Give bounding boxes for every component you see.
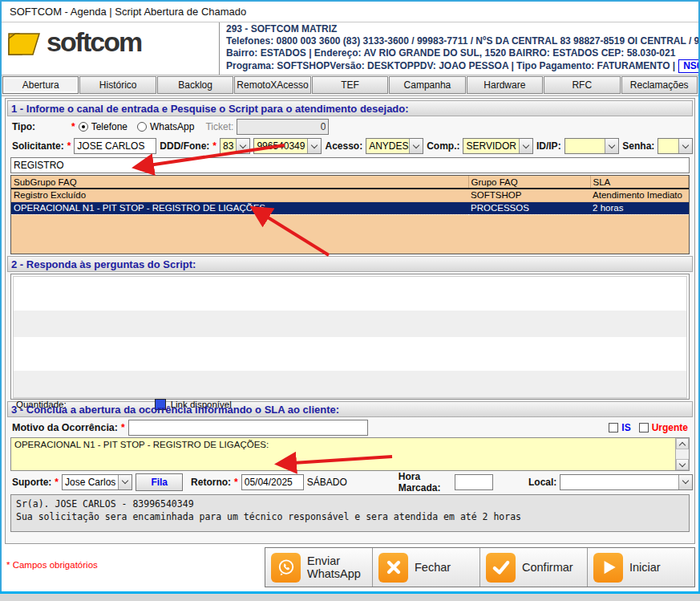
suporte-label: Suporte:	[12, 477, 51, 488]
whatsapp-radio-label[interactable]: WhatsApp	[150, 121, 194, 132]
telefone-radio-label[interactable]: Telefone	[91, 121, 127, 132]
check-icon	[486, 553, 516, 583]
tipo-label: Tipo:	[12, 121, 68, 132]
textarea-scrollbar[interactable]	[675, 438, 689, 470]
chevron-down-icon[interactable]	[678, 475, 692, 489]
faq-column-header[interactable]: SubGrupo FAQ	[11, 176, 468, 189]
is-label: IS	[621, 422, 630, 433]
tab-hist-rico[interactable]: Histórico	[79, 76, 156, 94]
faq-table-cell[interactable]: 2 horas	[590, 201, 688, 214]
window-title: SOFTCOM - Agenda | Script Abertura de Ch…	[2, 2, 698, 22]
faq-column-header[interactable]: Grupo FAQ	[468, 176, 590, 189]
tab-campanha[interactable]: Campanha	[389, 76, 465, 94]
ticket-label: Ticket:	[205, 121, 233, 132]
tab-reclama-es[interactable]: Reclamações	[621, 76, 698, 94]
urgente-label: Urgente	[652, 422, 688, 433]
action-button-label: Fechar	[415, 561, 451, 574]
suporte-combobox[interactable]: Jose Carlos	[62, 474, 132, 490]
motivo-label: Motivo da Ocorrência:	[12, 422, 118, 433]
faq-table-cell[interactable]: SOFTSHOP	[468, 189, 590, 201]
retorno-date-input[interactable]	[241, 474, 304, 490]
fechar-button[interactable]: Fechar	[373, 548, 480, 587]
footer: * Campos obrigatórios Enviar WhatsAppFec…	[2, 546, 698, 590]
chevron-down-icon[interactable]	[409, 139, 423, 153]
suporte-row: Suporte: * Jose Carlos Fila Retorno:* SÁ…	[7, 471, 693, 493]
action-button-label: Enviar WhatsApp	[307, 554, 372, 580]
customer-address: Bairro: ESTADOS | Endereço: AV RIO GRAND…	[226, 47, 692, 59]
local-combobox[interactable]	[560, 474, 693, 490]
tab-rfc[interactable]: RFC	[544, 76, 620, 94]
whatsapp-radio[interactable]	[137, 122, 147, 132]
idip-combobox[interactable]	[564, 138, 620, 154]
tab-remotoxacesso[interactable]: RemotoXAcesso	[234, 76, 310, 94]
faq-table-row[interactable]: OPERACIONAL N1 - PIT STOP - REGISTRO DE …	[11, 201, 689, 214]
iniciar-button[interactable]: Iniciar	[588, 548, 694, 587]
faq-table-header: SubGrupo FAQGrupo FAQSLA	[11, 176, 689, 189]
telefone-radio[interactable]	[79, 122, 88, 132]
chevron-down-icon[interactable]	[678, 139, 692, 153]
customer-program: Programa: SOFTSHOPVersão: DESKTOPPDV: JO…	[226, 60, 675, 72]
is-checkbox[interactable]	[609, 423, 618, 432]
app-window: SOFTCOM - Agenda | Script Abertura de Ch…	[0, 0, 700, 591]
chevron-down-icon[interactable]	[605, 139, 618, 153]
local-label: Local:	[528, 477, 556, 488]
faq-table-body: Registro ExcluídoSOFTSHOPAtendimento Ime…	[11, 189, 689, 214]
scroll-up-icon[interactable]	[676, 438, 689, 449]
sla-message-line2: Sua solicitação sera encaminhada para um…	[16, 510, 684, 523]
fone-combobox[interactable]: 996540349	[253, 138, 322, 154]
senha-combobox[interactable]	[658, 138, 693, 154]
close-icon	[378, 553, 408, 583]
ticket-input[interactable]	[237, 119, 329, 135]
urgente-checkbox[interactable]	[639, 423, 649, 432]
retorno-label: Retorno:	[191, 477, 231, 488]
chevron-down-icon[interactable]	[118, 475, 132, 489]
chevron-down-icon[interactable]	[307, 139, 321, 153]
sla-message-box: Sr(a). JOSE CARLOS - 83996540349 Sua sol…	[10, 494, 690, 532]
chevron-down-icon[interactable]	[236, 139, 249, 153]
acesso-combobox[interactable]: ANYDESK	[366, 138, 423, 154]
section1-title: 1 - Informe o canal de entrada e Pesquis…	[7, 100, 693, 116]
customer-info: 293 - SOFTCOM MATRIZ Telefones: 0800 003…	[220, 22, 698, 75]
ddd-combobox[interactable]: 83	[220, 138, 250, 154]
chevron-down-icon[interactable]	[519, 139, 532, 153]
fila-button[interactable]: Fila	[136, 473, 183, 491]
comp-combobox[interactable]: SERVIDOR	[463, 138, 532, 154]
solicitante-label: Solicitante:	[12, 140, 64, 152]
tab-backlog[interactable]: Backlog	[157, 76, 233, 94]
customer-name: 293 - SOFTCOM MATRIZ	[226, 23, 692, 35]
faq-column-header[interactable]: SLA	[590, 176, 688, 189]
required-marker: *	[212, 140, 216, 152]
required-marker: *	[71, 121, 75, 132]
faq-table-cell[interactable]: OPERACIONAL N1 - PIT STOP - REGISTRO DE …	[11, 201, 468, 214]
logo: softcom	[2, 22, 220, 75]
solicitante-row: Solicitante:* DDD/Fone: * 83 996540349 A…	[7, 136, 693, 156]
enviar-whatsapp-button[interactable]: Enviar WhatsApp	[265, 548, 373, 587]
comp-label: Comp.:	[427, 140, 459, 152]
faq-table-cell[interactable]: Atendimento Imediato	[590, 189, 688, 201]
logo-wordmark: softcom	[47, 27, 141, 56]
confirmar-button[interactable]: Confirmar	[480, 548, 588, 587]
folder-logo-icon	[6, 27, 42, 61]
required-marker: *	[121, 422, 125, 433]
action-button-bar: Enviar WhatsAppFecharConfirmarIniciar	[265, 547, 695, 587]
hora-marcada-label: Hora Marcada:	[399, 471, 451, 493]
sla-message-line1: Sr(a). JOSE CARLOS - 83996540349	[16, 497, 684, 510]
motivo-row: Motivo da Ocorrência: * IS Urgente	[7, 418, 693, 437]
main-panel: 1 - Informe o canal de entrada e Pesquis…	[5, 98, 695, 544]
scroll-down-icon[interactable]	[676, 459, 689, 470]
solicitante-input[interactable]	[74, 138, 156, 154]
tab-tef[interactable]: TEF	[312, 76, 388, 94]
script-search-input[interactable]	[10, 157, 690, 173]
hora-marcada-input[interactable]	[455, 474, 493, 490]
retorno-weekday: SÁBADO	[307, 477, 347, 488]
tipo-row: Tipo: * Telefone WhatsApp Ticket:	[7, 117, 693, 136]
tab-hardware[interactable]: Hardware	[467, 76, 543, 94]
action-button-label: Confirmar	[522, 561, 573, 574]
motivo-input[interactable]	[128, 420, 369, 436]
required-marker: *	[67, 140, 71, 152]
faq-table-row[interactable]: Registro ExcluídoSOFTSHOPAtendimento Ime…	[11, 189, 689, 201]
descricao-textarea[interactable]: OPERACIONAL N1 - PIT STOP - REGISTRO DE …	[11, 438, 675, 470]
faq-table-cell[interactable]: PROCESSOS	[468, 201, 590, 214]
tab-abertura[interactable]: Abertura	[2, 76, 79, 94]
faq-table-cell[interactable]: Registro Excluído	[11, 189, 468, 201]
